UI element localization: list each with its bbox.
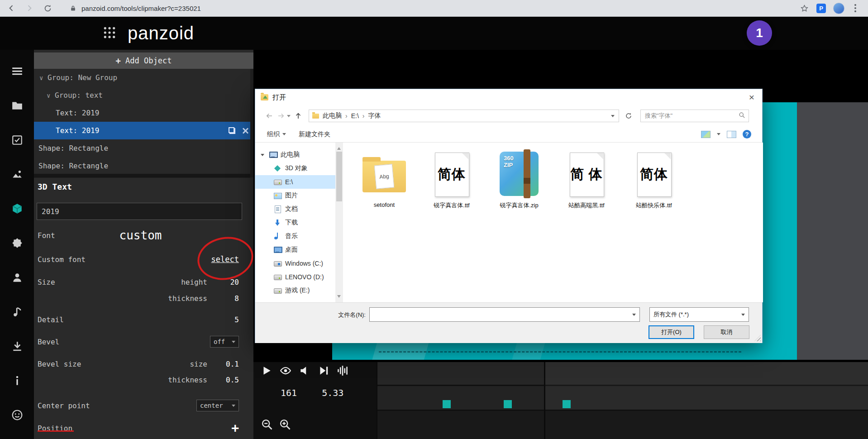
history-chevron-icon[interactable] bbox=[287, 115, 291, 119]
projects-folder-icon[interactable] bbox=[11, 100, 23, 111]
duplicate-icon[interactable] bbox=[229, 127, 235, 134]
timeline-tracks[interactable] bbox=[377, 362, 868, 439]
help-button[interactable]: ? bbox=[743, 130, 751, 138]
select-font-link[interactable]: select bbox=[211, 255, 239, 264]
filename-combo[interactable] bbox=[369, 307, 640, 322]
browser-refresh-icon[interactable] bbox=[43, 3, 52, 13]
chevron-down-icon[interactable] bbox=[632, 314, 636, 318]
address-dropdown-icon[interactable] bbox=[611, 115, 615, 119]
dialog-sidebar-item[interactable]: 此电脑 bbox=[255, 148, 335, 162]
nav-up-icon[interactable] bbox=[292, 110, 304, 122]
timeline-clip[interactable] bbox=[443, 400, 451, 408]
file-item[interactable]: 简 体 站酷高端黑.ttf bbox=[555, 149, 618, 210]
height-value[interactable]: 20 bbox=[207, 278, 239, 286]
new-folder-button[interactable]: 新建文件夹 bbox=[299, 130, 330, 138]
audio-note-icon[interactable] bbox=[11, 306, 23, 318]
search-icon[interactable] bbox=[739, 112, 745, 120]
objects-icon[interactable] bbox=[11, 203, 23, 215]
preview-pane-icon[interactable] bbox=[727, 131, 736, 138]
bevel-select[interactable]: off bbox=[210, 336, 239, 348]
file-item[interactable]: 简体 锐字真言体.ttf bbox=[420, 149, 483, 210]
info-icon[interactable] bbox=[11, 375, 23, 387]
organize-menu[interactable]: 组织 bbox=[267, 130, 286, 138]
thickness-value[interactable]: 8 bbox=[207, 294, 239, 303]
waveform-icon[interactable] bbox=[337, 365, 348, 378]
bevel-size-value[interactable]: 0.1 bbox=[207, 360, 239, 368]
profile-avatar[interactable] bbox=[833, 3, 844, 14]
filename-input[interactable] bbox=[370, 308, 632, 321]
breadcrumb-item[interactable]: 字体 bbox=[368, 112, 388, 120]
dialog-sidebar-item[interactable]: E:\ bbox=[255, 175, 335, 189]
preview-eye-icon[interactable] bbox=[280, 365, 291, 378]
delete-icon[interactable] bbox=[242, 127, 249, 134]
audio-mute-icon[interactable] bbox=[299, 365, 310, 378]
step-forward-icon[interactable] bbox=[318, 365, 329, 378]
tree-item[interactable]: Text: 2019 bbox=[34, 104, 253, 122]
detail-value[interactable]: 5 bbox=[207, 315, 239, 324]
breadcrumb-bar[interactable]: 此电脑 › E:\ › 字体 bbox=[309, 110, 619, 122]
url-text[interactable]: panzoid.com/tools/clipmaker?c=235021 bbox=[81, 5, 201, 12]
center-point-select[interactable]: center bbox=[196, 400, 239, 411]
nav-back-icon[interactable] bbox=[263, 110, 275, 122]
file-item[interactable]: 360 ZIP 锐字真言体.zip bbox=[487, 149, 551, 210]
timeline-clip[interactable] bbox=[504, 400, 512, 408]
position-add-button[interactable]: + bbox=[231, 422, 239, 434]
play-icon[interactable] bbox=[261, 365, 272, 378]
dialog-sidebar-item[interactable]: 3D 对象 bbox=[255, 162, 335, 175]
browser-back-icon[interactable] bbox=[6, 3, 16, 13]
bevel-size-label: Bevel size bbox=[38, 360, 81, 368]
scrollbar-thumb[interactable] bbox=[336, 152, 342, 201]
tree-item[interactable]: Shape: Rectangle bbox=[34, 139, 253, 157]
image-icon[interactable] bbox=[11, 168, 23, 180]
timeline-clip[interactable] bbox=[563, 400, 571, 408]
zoom-out-icon[interactable] bbox=[261, 418, 273, 433]
font-value[interactable]: custom bbox=[119, 229, 162, 242]
text-value-input[interactable] bbox=[37, 203, 242, 220]
extension-icon[interactable]: P bbox=[816, 4, 826, 13]
file-item[interactable]: 简体 站酷快乐体.ttf bbox=[622, 149, 686, 210]
cancel-button[interactable]: 取消 bbox=[704, 325, 749, 339]
effects-burst-icon[interactable] bbox=[11, 237, 23, 249]
dialog-sidebar-item[interactable]: 游戏 (E:) bbox=[255, 284, 335, 297]
feedback-smiley-icon[interactable] bbox=[11, 409, 23, 421]
open-button[interactable]: 打开(O) bbox=[649, 325, 694, 339]
bookmark-star-icon[interactable] bbox=[799, 3, 809, 13]
dialog-sidebar-item[interactable]: LENOVO (D:) bbox=[255, 270, 335, 284]
character-icon[interactable] bbox=[11, 272, 23, 283]
tree-item[interactable]: Shape: Rectangle bbox=[34, 157, 253, 174]
add-object-button[interactable]: + Add Object bbox=[34, 52, 253, 69]
modes-checklist-icon[interactable] bbox=[11, 134, 23, 146]
tree-item[interactable]: Text: 2019 bbox=[34, 122, 253, 139]
dialog-close-button[interactable]: × bbox=[741, 89, 762, 105]
dialog-titlebar[interactable]: 打开 × bbox=[255, 89, 762, 105]
nav-forward-icon[interactable] bbox=[275, 110, 287, 122]
dialog-sidebar-item[interactable]: 文档 bbox=[255, 202, 335, 216]
browser-forward-icon[interactable] bbox=[24, 3, 34, 13]
breadcrumb-item[interactable]: 此电脑 › bbox=[323, 112, 351, 120]
dialog-sidebar-item[interactable]: Windows (C:) bbox=[255, 257, 335, 270]
apps-grid-icon[interactable] bbox=[103, 26, 116, 41]
file-item[interactable]: Abg setofont bbox=[353, 149, 416, 208]
refresh-icon[interactable] bbox=[623, 110, 634, 122]
tree-item[interactable]: ∨ Group: text bbox=[34, 86, 253, 104]
view-mode-icon[interactable] bbox=[701, 131, 711, 138]
browser-menu-icon[interactable] bbox=[854, 7, 856, 9]
zoom-in-icon[interactable] bbox=[279, 418, 291, 433]
dialog-sidebar-item[interactable]: 桌面 bbox=[255, 243, 335, 257]
dialog-sidebar-item[interactable]: 图片 bbox=[255, 189, 335, 202]
scroll-down-icon[interactable] bbox=[337, 295, 341, 300]
bevel-thickness-value[interactable]: 0.5 bbox=[207, 376, 239, 384]
view-mode-dropdown-icon[interactable] bbox=[717, 133, 720, 137]
sidebar-scrollbar[interactable] bbox=[335, 143, 343, 302]
filetype-select[interactable]: 所有文件 (*.*) bbox=[649, 307, 749, 322]
scroll-up-icon[interactable] bbox=[337, 145, 341, 150]
tree-item[interactable]: ∨ Group: New Group bbox=[34, 69, 253, 86]
search-input[interactable]: 搜索"字体" bbox=[640, 110, 749, 122]
menu-icon[interactable] bbox=[11, 65, 23, 77]
dialog-sidebar-item[interactable]: 音乐 bbox=[255, 229, 335, 243]
dialog-sidebar-item[interactable]: 下载 bbox=[255, 216, 335, 229]
timeline-lane[interactable] bbox=[377, 411, 868, 439]
download-icon[interactable] bbox=[11, 340, 23, 352]
breadcrumb-item[interactable]: E:\ › bbox=[351, 112, 368, 119]
panel-splitter[interactable] bbox=[34, 174, 253, 177]
